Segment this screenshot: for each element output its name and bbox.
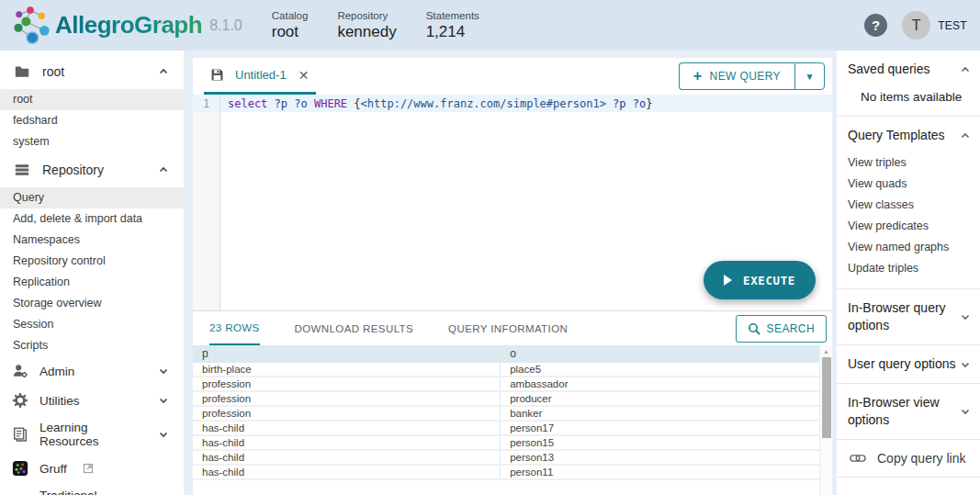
link-icon (850, 452, 866, 465)
table-row[interactable]: has-child person15 (193, 436, 819, 451)
cell-o: person15 (500, 436, 819, 449)
results-scrollbar[interactable]: ▲ (819, 345, 832, 495)
sidebar-item-root[interactable]: root (0, 89, 184, 110)
repository-section-title: Repository (42, 163, 147, 177)
editor-gutter: 1 (193, 95, 220, 310)
copy-query-link-button[interactable]: Copy query link (848, 450, 971, 467)
cell-o: ambassador (500, 377, 819, 390)
chevron-down-icon (960, 359, 971, 370)
template-view-classes[interactable]: View classes (848, 194, 971, 215)
sidebar-item-admin[interactable]: Admin (0, 356, 184, 386)
chevron-up-icon (158, 164, 169, 175)
template-view-named-graphs[interactable]: View named graphs (848, 236, 971, 257)
saved-queries-header[interactable]: Saved queries (848, 61, 971, 78)
username-label: TEST (938, 19, 967, 32)
in-browser-view-options-header[interactable]: In-Browser view options (848, 394, 971, 429)
scrollbar-thumb[interactable] (822, 357, 831, 438)
traditional-webview-label: Traditional WebView (39, 489, 143, 495)
cell-o: person17 (500, 422, 819, 434)
code-token-select: select (228, 97, 267, 110)
sidebar-item-namespaces[interactable]: Namespaces (0, 230, 184, 251)
tab-query-information[interactable]: QUERY INFORMATION (448, 311, 568, 345)
catalog-label: Catalog (272, 10, 309, 21)
saved-queries-empty-text: No items available (848, 78, 971, 106)
chevron-up-icon (960, 64, 971, 75)
table-row[interactable]: profession producer (193, 392, 819, 407)
table-row[interactable]: birth-place place5 (193, 363, 819, 377)
column-header-o[interactable]: o (500, 345, 819, 363)
sidebar-item-gruff[interactable]: Gruff (0, 454, 184, 483)
user-query-options-header[interactable]: User query options (848, 355, 971, 373)
sidebar-item-query[interactable]: Query (0, 187, 184, 208)
user-avatar[interactable]: T (902, 11, 930, 39)
sidebar-item-storage-overview[interactable]: Storage overview (0, 293, 184, 314)
sidebar-item-fedshard[interactable]: fedshard (0, 110, 184, 131)
allegrograph-logo-icon (9, 5, 51, 47)
folder-icon (13, 62, 31, 81)
catalog-value: root (272, 23, 309, 41)
admin-icon (11, 362, 29, 380)
query-templates-header[interactable]: Query Templates (848, 127, 971, 144)
sidebar-item-replication[interactable]: Replication (0, 272, 184, 293)
in-browser-query-options-header[interactable]: In-Browser query options (848, 299, 971, 334)
app-version: 8.1.0 (209, 17, 242, 34)
query-templates-title: Query Templates (848, 127, 960, 144)
table-row[interactable]: has-child person11 (193, 466, 819, 480)
cell-o: banker (500, 407, 819, 420)
search-label: SEARCH (767, 322, 815, 335)
statements-value: 1,214 (426, 23, 479, 41)
gruff-icon (11, 459, 29, 478)
sidebar-item-traditional-webview[interactable]: Traditional WebView (0, 483, 184, 495)
sidebar-item-system[interactable]: system (0, 131, 184, 152)
template-view-triples[interactable]: View triples (848, 152, 971, 173)
results-panel: 23 ROWS DOWNLOAD RESULTS QUERY INFORMATI… (193, 310, 832, 495)
sidebar-item-scripts[interactable]: Scripts (0, 335, 184, 356)
copy-query-link-section: Copy query link (837, 440, 980, 478)
column-header-p[interactable]: p (193, 345, 500, 363)
execute-button[interactable]: EXECUTE (704, 261, 816, 299)
admin-label: Admin (39, 365, 148, 378)
chevron-up-icon (158, 66, 169, 77)
cell-p: has-child (193, 451, 500, 464)
query-tab-untitled-1[interactable]: Untitled-1 ✕ (204, 58, 316, 95)
new-query-dropdown-button[interactable]: ▼ (794, 62, 825, 90)
sidebar-item-add-delete-import[interactable]: Add, delete & import data (0, 208, 184, 230)
caret-down-icon: ▼ (805, 72, 815, 82)
cell-p: profession (193, 377, 500, 390)
query-editor[interactable]: 1 select ?p ?o WHERE {<http://www.franz.… (193, 95, 832, 310)
template-view-quads[interactable]: View quads (848, 173, 971, 194)
repository-label: Repository (337, 10, 396, 21)
query-tabbar: Untitled-1 ✕ + NEW QUERY ▼ (193, 58, 832, 95)
search-button[interactable]: SEARCH (736, 315, 827, 343)
template-view-predicates[interactable]: View predicates (848, 215, 971, 236)
left-sidebar: root root fedshard system Repository Que… (0, 51, 184, 495)
tab-rows[interactable]: 23 ROWS (209, 311, 260, 345)
chevron-down-icon (158, 366, 169, 377)
close-tab-icon[interactable]: ✕ (297, 68, 311, 83)
table-header-row: p o (193, 345, 819, 363)
external-link-icon (83, 463, 94, 474)
sidebar-item-repository-control[interactable]: Repository control (0, 251, 184, 272)
table-row[interactable]: profession banker (193, 407, 819, 422)
table-row[interactable]: has-child person13 (193, 451, 819, 466)
learning-resources-label: Learning Resources (39, 421, 148, 448)
sidebar-item-learning-resources[interactable]: Learning Resources (0, 415, 184, 454)
sidebar-item-session[interactable]: Session (0, 314, 184, 335)
saved-queries-section: Saved queries No items available (837, 51, 980, 117)
tab-download-results[interactable]: DOWNLOAD RESULTS (295, 311, 414, 345)
query-card: Untitled-1 ✕ + NEW QUERY ▼ 1 (193, 58, 832, 495)
user-query-options-section: User query options (837, 345, 980, 384)
scrollbar-up-arrow-icon[interactable]: ▲ (823, 345, 829, 354)
query-templates-list: View triples View quads View classes Vie… (848, 144, 971, 278)
sidebar-item-utilities[interactable]: Utilities (0, 386, 184, 415)
template-update-triples[interactable]: Update triples (848, 257, 971, 278)
table-row[interactable]: has-child person17 (193, 422, 819, 436)
repository-section-header[interactable]: Repository (0, 152, 184, 187)
new-query-button[interactable]: + NEW QUERY (679, 62, 794, 90)
help-icon[interactable]: ? (864, 14, 887, 37)
code-token-iri: <http://www.franz.com/simple#person1> (361, 97, 606, 110)
save-icon[interactable] (209, 67, 225, 83)
table-row[interactable]: profession ambassador (193, 377, 819, 392)
catalog-section-header[interactable]: root (0, 54, 184, 89)
cell-p: profession (193, 407, 500, 420)
